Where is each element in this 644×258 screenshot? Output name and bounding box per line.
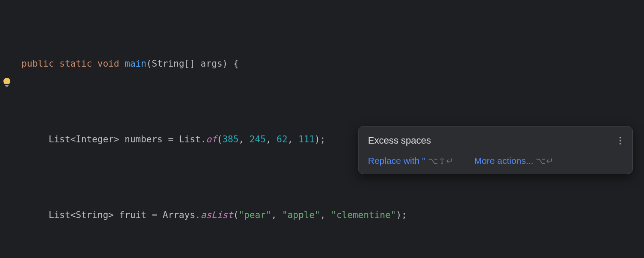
number: 385 xyxy=(222,134,239,144)
identifier: numbers xyxy=(119,134,168,144)
punct: ); xyxy=(396,210,407,220)
generic: <Integer> xyxy=(70,134,119,144)
number: 111 xyxy=(298,134,315,144)
keyword: static xyxy=(60,58,92,69)
generic: <String> xyxy=(70,210,114,220)
code-line: List<String> fruit = Arrays.asList("pear… xyxy=(21,206,644,224)
gutter xyxy=(0,0,17,258)
svg-rect-1 xyxy=(6,86,8,87)
svg-rect-0 xyxy=(5,85,9,86)
string: "clementine" xyxy=(331,210,396,220)
string: "pear" xyxy=(239,210,271,220)
kebab-menu-icon[interactable] xyxy=(618,135,623,146)
quick-fix-link[interactable]: Replace with " xyxy=(368,156,425,166)
more-actions-link[interactable]: More actions... xyxy=(474,156,534,166)
punct: ( xyxy=(217,134,222,144)
punct: , xyxy=(266,134,276,144)
identifier: fruit xyxy=(114,210,152,220)
punct: , xyxy=(271,210,282,220)
punct: , xyxy=(239,134,249,144)
op: = xyxy=(168,134,179,144)
class-ref: Arrays. xyxy=(163,210,201,220)
punct: ); xyxy=(315,134,325,144)
popup-title: Excess spaces xyxy=(368,135,431,146)
params: (String[] args) { xyxy=(146,58,239,69)
static-call: asList xyxy=(200,210,233,220)
shortcut-hint: ⌥⇧↵ xyxy=(428,156,454,166)
op: = xyxy=(152,210,162,220)
number: 62 xyxy=(276,134,287,144)
punct: , xyxy=(320,210,331,220)
popup-actions: Replace with " ⌥⇧↵ More actions... ⌥↵ xyxy=(368,156,623,166)
type: List xyxy=(49,134,70,144)
static-call: of xyxy=(206,134,217,144)
class-ref: List. xyxy=(179,134,206,144)
intention-bulb-icon[interactable] xyxy=(3,77,11,90)
number: 245 xyxy=(249,134,266,144)
shortcut-hint: ⌥↵ xyxy=(536,156,554,166)
string: "apple" xyxy=(282,210,320,220)
inspection-popup[interactable]: Excess spaces Replace with " ⌥⇧↵ More ac… xyxy=(358,126,633,174)
keyword: public xyxy=(21,58,54,69)
punct: , xyxy=(288,134,298,144)
code-line: public static void main(String[] args) { xyxy=(21,54,644,73)
method-name: main xyxy=(125,58,146,69)
type: List xyxy=(49,210,70,220)
keyword: void xyxy=(97,58,119,69)
punct: ( xyxy=(233,210,239,220)
